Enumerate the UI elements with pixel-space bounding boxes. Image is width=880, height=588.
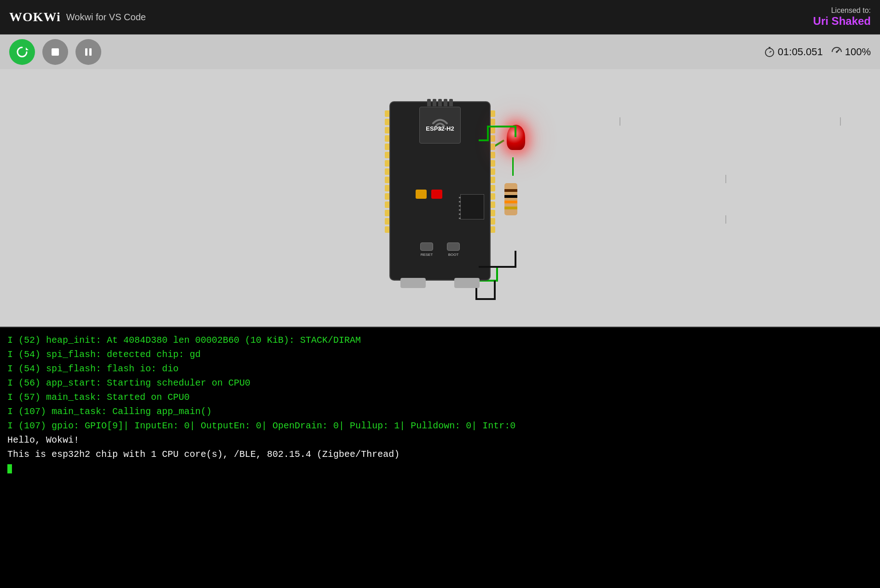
band-gold	[504, 207, 517, 209]
chip-pin	[459, 197, 461, 198]
chip-pin	[459, 209, 461, 211]
antenna-tooth	[449, 99, 453, 106]
console-line: I (56) app_start: Starting scheduler on …	[7, 376, 873, 390]
board-buttons-row: RESET BOOT	[420, 242, 460, 257]
reset-button-container: RESET	[420, 242, 433, 257]
console-line: I (54) spi_flash: detected chip: gd	[7, 347, 873, 362]
antenna-tooth	[427, 99, 431, 106]
cursor	[7, 464, 12, 473]
app-header: WOKWi Wokwi for VS Code Licensed to: Uri…	[0, 0, 880, 35]
wire-led-resistor	[512, 157, 514, 176]
antenna	[427, 99, 453, 106]
antenna-tooth	[444, 99, 447, 106]
chip-pin	[459, 201, 461, 202]
console-line: Hello, Wokwi!	[7, 433, 873, 447]
resistor-body	[504, 183, 517, 215]
svg-point-9	[836, 51, 838, 53]
boot-button-label: BOOT	[448, 253, 459, 257]
stop-button[interactable]	[42, 39, 68, 65]
timer-icon	[764, 46, 775, 58]
usb-right-connector	[454, 278, 480, 288]
console-line: I (107) gpio: GPIO[9]| InputEn: 0| Outpu…	[7, 419, 873, 433]
restart-icon	[16, 46, 29, 58]
pause-icon	[83, 47, 93, 57]
console-line: This is esp32h2 chip with 1 CPU core(s),…	[7, 447, 873, 461]
reset-button[interactable]	[420, 242, 433, 251]
svg-rect-2	[85, 48, 87, 56]
svg-rect-3	[89, 48, 92, 56]
main-processor-chip	[460, 194, 484, 219]
esp32-board: ESP32-H2	[389, 101, 491, 281]
band-black	[504, 195, 517, 198]
licensed-to-label: Licensed to:	[813, 6, 871, 15]
svg-rect-1	[52, 48, 59, 56]
antenna-tooth	[438, 99, 442, 106]
logo-area: WOKWi Wokwi for VS Code	[9, 10, 813, 24]
led-body	[507, 125, 525, 150]
led-indicators	[416, 190, 442, 199]
licensed-user: Uri Shaked	[813, 15, 871, 28]
antenna-tooth	[433, 99, 436, 106]
board-name-label: ESP32-H2	[426, 125, 454, 132]
timer-display: 01:05.051 100%	[764, 46, 871, 58]
console-line: I (54) spi_flash: flash io: dio	[7, 362, 873, 376]
console-line: I (57) main_task: Started on CPU0	[7, 390, 873, 404]
esp32-board-container: ESP32-H2	[389, 101, 491, 281]
speed-value: 100%	[845, 46, 871, 58]
wokwi-logo: WOKWi	[9, 10, 61, 24]
chip-pin	[459, 213, 461, 215]
app-title: Wokwi for VS Code	[66, 12, 146, 23]
chip-pin	[459, 205, 461, 207]
console-cursor-line	[7, 461, 873, 476]
reset-button-label: RESET	[421, 253, 433, 257]
stop-icon	[50, 47, 60, 57]
timer-value: 01:05.051	[778, 46, 823, 58]
band-orange	[504, 201, 517, 203]
console-line: I (107) main_task: Calling app_main()	[7, 404, 873, 419]
led-anode	[619, 117, 620, 126]
serial-console[interactable]: I (52) heap_init: At 4084D380 len 00002B…	[0, 327, 880, 588]
boot-button[interactable]	[447, 242, 460, 251]
chip-pins-left	[459, 197, 461, 219]
usb-left-connector	[400, 278, 426, 288]
resistor-leg-top	[725, 175, 726, 183]
svg-line-6	[770, 51, 771, 52]
indicator-2	[431, 190, 442, 199]
boot-button-container: BOOT	[447, 242, 460, 257]
band-brown	[504, 189, 517, 192]
license-area: Licensed to: Uri Shaked	[813, 6, 871, 28]
led-component	[507, 117, 880, 150]
resistor-component	[504, 175, 880, 224]
chip-pin	[459, 218, 461, 219]
toolbar: 01:05.051 100%	[0, 35, 880, 69]
resistor-leg-bottom	[725, 215, 726, 224]
led-cathode	[840, 117, 841, 126]
pause-button[interactable]	[75, 39, 101, 65]
console-line: I (52) heap_init: At 4084D380 len 00002B…	[7, 333, 873, 347]
svg-marker-0	[26, 47, 29, 50]
speed-icon	[831, 46, 842, 58]
restart-button[interactable]	[9, 39, 35, 65]
indicator-1	[416, 190, 427, 199]
simulation-area: ESP32-H2	[0, 69, 880, 327]
